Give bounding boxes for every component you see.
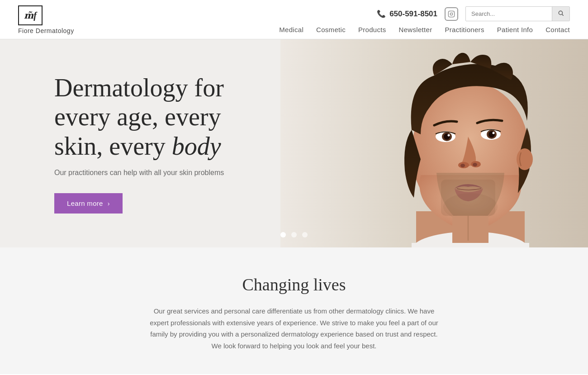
phone-number[interactable]: 650-591-8501 — [389, 9, 437, 19]
svg-rect-26 — [452, 216, 488, 243]
header-right: 📞 650-591-8501 — [279, 6, 570, 33]
phone-icon: 📞 — [377, 9, 386, 18]
slider-dot-1[interactable] — [280, 232, 286, 237]
hero-title: Dermatology for every age, every skin, e… — [54, 73, 280, 161]
search-input[interactable] — [466, 8, 552, 20]
hero-portrait-svg — [280, 39, 588, 247]
hero-section: Dermatology for every age, every skin, e… — [0, 39, 588, 247]
svg-rect-9 — [412, 243, 529, 247]
learn-more-button[interactable]: Learn more › — [54, 193, 123, 214]
logo-icon: m̃f — [18, 5, 43, 25]
nav-item-patient-info[interactable]: Patient Info — [497, 26, 533, 33]
svg-point-19 — [493, 132, 495, 134]
slider-dot-2[interactable] — [291, 232, 297, 237]
phone-area: 📞 650-591-8501 — [377, 9, 437, 19]
svg-point-23 — [473, 163, 477, 166]
search-bar — [465, 6, 570, 21]
svg-point-2 — [453, 12, 453, 12]
nav-item-cosmetic[interactable]: Cosmetic — [316, 26, 346, 33]
main-nav: Medical Cosmetic Products Newsletter Pra… — [279, 26, 570, 33]
nav-item-newsletter[interactable]: Newsletter — [399, 26, 432, 33]
nav-item-products[interactable]: Products — [358, 26, 386, 33]
hero-image — [280, 39, 588, 247]
nav-item-medical[interactable]: Medical — [279, 26, 303, 33]
search-button[interactable] — [552, 7, 569, 21]
svg-rect-0 — [448, 11, 454, 17]
logo-name: Fiore Dermatology — [18, 27, 74, 34]
slider-dot-3[interactable] — [302, 232, 308, 237]
hero-title-line2: skin, every body — [54, 132, 221, 160]
nav-item-practitioners[interactable]: Practitioners — [445, 26, 484, 33]
svg-point-1 — [450, 13, 452, 15]
hero-subtitle: Our practitioners can help with all your… — [54, 169, 280, 177]
hero-content: Dermatology for every age, every skin, e… — [0, 73, 280, 214]
arrow-icon: › — [108, 200, 110, 207]
svg-point-11 — [517, 148, 533, 170]
svg-line-4 — [562, 14, 564, 16]
section-title: Changing lives — [18, 275, 570, 294]
svg-point-22 — [460, 164, 465, 167]
logo-area: m̃f Fiore Dermatology — [18, 5, 74, 34]
changing-lives-section: Changing lives Our great services and pe… — [0, 247, 588, 374]
instagram-icon[interactable] — [445, 7, 458, 21]
svg-point-15 — [448, 134, 450, 137]
top-bar: 📞 650-591-8501 — [377, 6, 570, 21]
section-body: Our great services and personal care dif… — [149, 305, 439, 351]
site-header: m̃f Fiore Dermatology 📞 650-591-8501 — [0, 0, 588, 34]
slider-dots — [280, 232, 308, 237]
nav-item-contact[interactable]: Contact — [545, 26, 570, 33]
